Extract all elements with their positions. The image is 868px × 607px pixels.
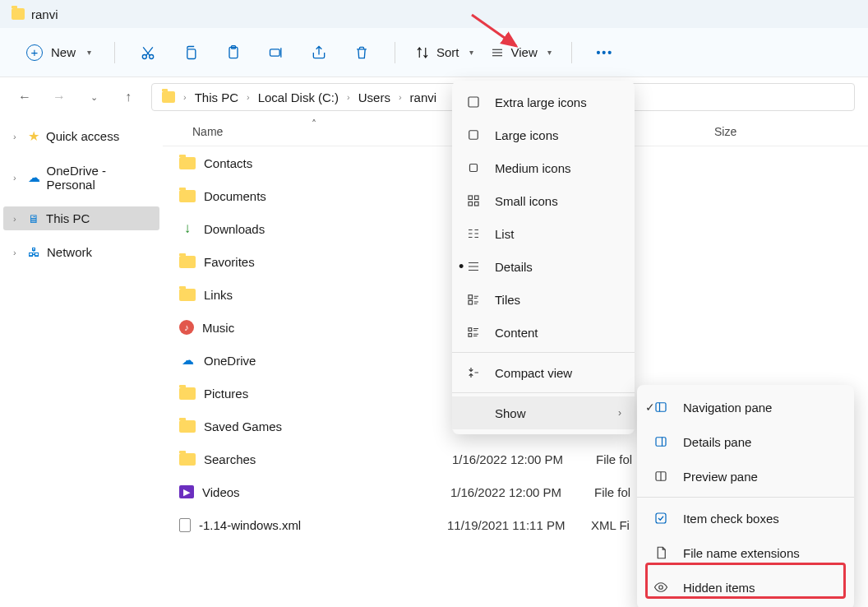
view-small[interactable]: Small icons [452, 184, 635, 217]
chevron-right-icon: › [618, 407, 621, 419]
view-tiles[interactable]: Tiles [452, 283, 635, 316]
eye-icon [652, 580, 670, 595]
back-button[interactable]: ← [13, 86, 36, 109]
show-extensions[interactable]: File name extensions [637, 535, 854, 570]
menu-label: Hidden items [683, 581, 755, 595]
folder-icon [179, 387, 196, 400]
separator [114, 42, 115, 63]
folder-icon [179, 453, 196, 466]
file-name: Videos [202, 485, 450, 499]
show-preview-pane[interactable]: Preview pane [637, 459, 854, 493]
breadcrumb[interactable]: Users [355, 89, 394, 106]
breadcrumb[interactable]: This PC [192, 89, 242, 106]
svg-rect-2 [187, 49, 196, 58]
view-list[interactable]: List [452, 217, 635, 250]
file-name: Favorites [204, 255, 452, 269]
view-show[interactable]: Show› [452, 396, 635, 429]
more-button[interactable]: ••• [587, 38, 623, 67]
chevron-right-icon: › [345, 92, 352, 102]
sidebar-label: Network [47, 245, 92, 259]
svg-rect-20 [656, 513, 666, 523]
pc-icon: 🖥 [28, 212, 39, 225]
svg-rect-17 [656, 403, 666, 412]
delete-button[interactable] [344, 38, 380, 67]
view-details[interactable]: •Details [452, 250, 635, 283]
video-icon: ▶ [179, 485, 194, 498]
menu-label: Preview pane [683, 470, 758, 484]
sort-icon [415, 45, 430, 60]
breadcrumb[interactable]: Local Disk (C:) [255, 89, 342, 106]
file-name: Documents [204, 189, 452, 203]
view-label: View [511, 45, 538, 59]
copy-button[interactable] [173, 38, 209, 67]
svg-point-1 [150, 54, 154, 58]
download-icon: ↓ [179, 221, 196, 236]
grid-icon [465, 160, 482, 175]
show-navigation-pane[interactable]: ✓Navigation pane [637, 390, 854, 424]
folder-icon [179, 420, 196, 433]
sidebar-item-onedrive[interactable]: ›☁OneDrive - Personal [3, 159, 159, 197]
pane-icon [652, 434, 670, 449]
file-date: 1/16/2022 12:00 PM [452, 452, 596, 466]
show-hidden-items[interactable]: Hidden items [637, 570, 854, 605]
sidebar-item-quick-access[interactable]: ›★Quick access [3, 123, 159, 149]
forward-button[interactable]: → [48, 86, 71, 109]
file-name: Downloads [204, 222, 452, 236]
view-extra-large[interactable]: Extra large icons [452, 86, 635, 118]
chevron-down-icon: ▾ [547, 48, 552, 57]
chevron-right-icon: › [397, 92, 404, 102]
recent-button[interactable]: ⌄ [82, 86, 105, 109]
sidebar-item-this-pc[interactable]: ›🖥This PC [3, 206, 159, 230]
chevron-down-icon: ▾ [469, 48, 473, 57]
file-icon [179, 518, 191, 532]
view-medium[interactable]: Medium icons [452, 151, 635, 184]
chevron-right-icon: › [182, 92, 188, 102]
file-icon [652, 545, 670, 560]
menu-label: Compact view [495, 366, 572, 380]
grid-icon [465, 193, 482, 208]
folder-icon [179, 190, 196, 202]
network-icon: 🖧 [28, 245, 40, 259]
menu-label: File name extensions [683, 546, 800, 560]
title-bar: ranvi [0, 0, 868, 28]
window-title: ranvi [31, 7, 58, 21]
column-size[interactable]: Size [714, 125, 868, 138]
view-compact[interactable]: Compact view [452, 356, 635, 389]
file-name: Links [204, 288, 452, 302]
menu-label: Item check boxes [683, 512, 779, 526]
view-icon [490, 45, 505, 60]
view-content[interactable]: Content [452, 316, 635, 349]
svg-rect-10 [475, 196, 479, 200]
file-name: Searches [204, 452, 452, 466]
new-button[interactable]: + New ▾ [18, 39, 99, 66]
cut-button[interactable] [130, 38, 166, 67]
bullet-icon: • [459, 259, 464, 274]
view-button[interactable]: View ▾ [485, 42, 556, 63]
menu-label: Content [495, 326, 538, 340]
svg-rect-8 [470, 164, 478, 172]
breadcrumb[interactable]: ranvi [407, 89, 441, 106]
sort-button[interactable]: Sort ▾ [410, 42, 478, 63]
folder-icon [179, 157, 196, 169]
chevron-right-icon: › [13, 214, 21, 224]
show-details-pane[interactable]: Details pane [637, 424, 854, 459]
view-large[interactable]: Large icons [452, 118, 635, 151]
check-icon: ✓ [645, 401, 655, 414]
column-name[interactable]: Name [192, 125, 447, 138]
chevron-right-icon: › [13, 173, 21, 183]
up-button[interactable]: ↑ [117, 86, 140, 109]
separator [452, 392, 635, 393]
rename-button[interactable] [258, 38, 294, 67]
folder-icon [162, 91, 175, 103]
paste-button[interactable] [215, 38, 252, 67]
sidebar-item-network[interactable]: ›🖧Network [3, 240, 159, 264]
separator [395, 42, 395, 63]
toolbar: + New ▾ Sort ▾ View ▾ ••• [0, 28, 868, 77]
show-check-boxes[interactable]: Item check boxes [637, 501, 854, 535]
music-icon: ♪ [179, 320, 194, 335]
svg-rect-18 [656, 438, 666, 447]
new-label: New [51, 45, 76, 59]
sidebar-label: OneDrive - Personal [47, 164, 153, 192]
file-name: OneDrive [204, 354, 452, 368]
share-button[interactable] [301, 38, 337, 67]
